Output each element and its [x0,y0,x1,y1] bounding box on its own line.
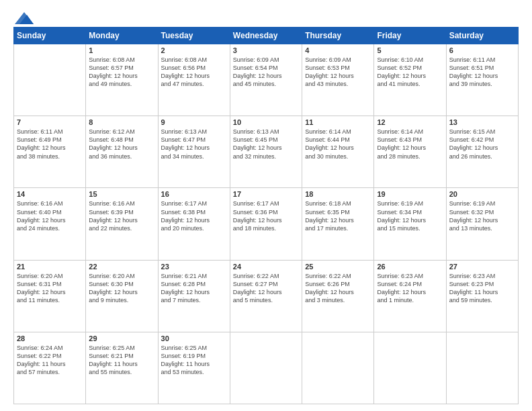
day-number: 15 [89,190,154,198]
day-info: Sunrise: 6:15 AM Sunset: 6:42 PM Dayligh… [449,128,515,161]
col-wednesday: Wednesday [230,28,302,44]
table-row: 6Sunrise: 6:11 AM Sunset: 6:51 PM Daylig… [446,44,518,116]
table-row: 29Sunrise: 6:25 AM Sunset: 6:21 PM Dayli… [86,332,158,404]
day-info: Sunrise: 6:16 AM Sunset: 6:39 PM Dayligh… [89,199,154,232]
day-number: 26 [377,263,443,271]
calendar-week-row: 7Sunrise: 6:11 AM Sunset: 6:49 PM Daylig… [14,116,519,188]
day-number: 17 [233,190,299,198]
day-number: 25 [305,263,371,271]
day-number: 28 [17,334,83,342]
day-info: Sunrise: 6:23 AM Sunset: 6:24 PM Dayligh… [377,272,443,305]
day-number: 2 [161,46,227,54]
page: Sunday Monday Tuesday Wednesday Thursday… [0,0,532,411]
day-number: 7 [17,118,83,126]
table-row: 15Sunrise: 6:16 AM Sunset: 6:39 PM Dayli… [86,188,158,260]
logo [13,12,34,21]
day-number: 6 [449,46,515,54]
day-number: 20 [449,190,515,198]
table-row: 5Sunrise: 6:10 AM Sunset: 6:52 PM Daylig… [374,44,446,116]
day-number: 30 [161,334,227,342]
day-info: Sunrise: 6:19 AM Sunset: 6:34 PM Dayligh… [377,199,443,232]
day-info: Sunrise: 6:13 AM Sunset: 6:47 PM Dayligh… [161,128,227,161]
day-number: 23 [161,263,227,271]
table-row: 22Sunrise: 6:20 AM Sunset: 6:30 PM Dayli… [86,260,158,332]
day-number: 16 [161,190,227,198]
table-row: 28Sunrise: 6:24 AM Sunset: 6:22 PM Dayli… [14,332,86,404]
col-saturday: Saturday [446,28,518,44]
table-row: 13Sunrise: 6:15 AM Sunset: 6:42 PM Dayli… [446,116,518,188]
day-info: Sunrise: 6:19 AM Sunset: 6:32 PM Dayligh… [449,199,515,232]
table-row: 9Sunrise: 6:13 AM Sunset: 6:47 PM Daylig… [158,116,230,188]
day-number: 14 [17,190,83,198]
table-row: 27Sunrise: 6:23 AM Sunset: 6:23 PM Dayli… [446,260,518,332]
day-number: 4 [305,46,371,54]
table-row: 26Sunrise: 6:23 AM Sunset: 6:24 PM Dayli… [374,260,446,332]
logo-icon [15,12,34,24]
day-info: Sunrise: 6:09 AM Sunset: 6:53 PM Dayligh… [305,56,371,89]
day-info: Sunrise: 6:12 AM Sunset: 6:48 PM Dayligh… [89,128,154,161]
table-row: 4Sunrise: 6:09 AM Sunset: 6:53 PM Daylig… [302,44,374,116]
calendar-table: Sunday Monday Tuesday Wednesday Thursday… [13,27,519,404]
day-number: 8 [89,118,154,126]
header [13,12,519,21]
table-row: 19Sunrise: 6:19 AM Sunset: 6:34 PM Dayli… [374,188,446,260]
day-number: 19 [377,190,443,198]
table-row [302,332,374,404]
day-info: Sunrise: 6:21 AM Sunset: 6:28 PM Dayligh… [161,272,227,305]
day-number: 11 [305,118,371,126]
table-row: 30Sunrise: 6:25 AM Sunset: 6:19 PM Dayli… [158,332,230,404]
table-row: 24Sunrise: 6:22 AM Sunset: 6:27 PM Dayli… [230,260,302,332]
table-row [446,332,518,404]
table-row: 1Sunrise: 6:08 AM Sunset: 6:57 PM Daylig… [86,44,158,116]
day-info: Sunrise: 6:14 AM Sunset: 6:43 PM Dayligh… [377,128,443,161]
day-info: Sunrise: 6:25 AM Sunset: 6:21 PM Dayligh… [89,344,154,377]
table-row: 20Sunrise: 6:19 AM Sunset: 6:32 PM Dayli… [446,188,518,260]
day-info: Sunrise: 6:08 AM Sunset: 6:56 PM Dayligh… [161,56,227,89]
table-row: 18Sunrise: 6:18 AM Sunset: 6:35 PM Dayli… [302,188,374,260]
day-info: Sunrise: 6:18 AM Sunset: 6:35 PM Dayligh… [305,199,371,232]
col-friday: Friday [374,28,446,44]
table-row: 8Sunrise: 6:12 AM Sunset: 6:48 PM Daylig… [86,116,158,188]
day-info: Sunrise: 6:22 AM Sunset: 6:27 PM Dayligh… [233,272,299,305]
day-info: Sunrise: 6:25 AM Sunset: 6:19 PM Dayligh… [161,344,227,377]
day-number: 9 [161,118,227,126]
col-monday: Monday [86,28,158,44]
table-row: 12Sunrise: 6:14 AM Sunset: 6:43 PM Dayli… [374,116,446,188]
day-number: 13 [449,118,515,126]
calendar-week-row: 28Sunrise: 6:24 AM Sunset: 6:22 PM Dayli… [14,332,519,404]
day-info: Sunrise: 6:14 AM Sunset: 6:44 PM Dayligh… [305,128,371,161]
day-info: Sunrise: 6:17 AM Sunset: 6:38 PM Dayligh… [161,199,227,232]
table-row: 2Sunrise: 6:08 AM Sunset: 6:56 PM Daylig… [158,44,230,116]
day-info: Sunrise: 6:13 AM Sunset: 6:45 PM Dayligh… [233,128,299,161]
table-row: 7Sunrise: 6:11 AM Sunset: 6:49 PM Daylig… [14,116,86,188]
day-info: Sunrise: 6:20 AM Sunset: 6:30 PM Dayligh… [89,272,154,305]
day-number: 24 [233,263,299,271]
calendar-week-row: 14Sunrise: 6:16 AM Sunset: 6:40 PM Dayli… [14,188,519,260]
table-row: 3Sunrise: 6:09 AM Sunset: 6:54 PM Daylig… [230,44,302,116]
col-tuesday: Tuesday [158,28,230,44]
table-row: 10Sunrise: 6:13 AM Sunset: 6:45 PM Dayli… [230,116,302,188]
day-info: Sunrise: 6:09 AM Sunset: 6:54 PM Dayligh… [233,56,299,89]
day-number: 3 [233,46,299,54]
day-info: Sunrise: 6:17 AM Sunset: 6:36 PM Dayligh… [233,199,299,232]
table-row [374,332,446,404]
day-number: 18 [305,190,371,198]
day-info: Sunrise: 6:10 AM Sunset: 6:52 PM Dayligh… [377,56,443,89]
day-number: 29 [89,334,154,342]
day-info: Sunrise: 6:11 AM Sunset: 6:51 PM Dayligh… [449,56,515,89]
day-info: Sunrise: 6:16 AM Sunset: 6:40 PM Dayligh… [17,199,83,232]
day-info: Sunrise: 6:11 AM Sunset: 6:49 PM Dayligh… [17,128,83,161]
day-info: Sunrise: 6:23 AM Sunset: 6:23 PM Dayligh… [449,272,515,305]
day-info: Sunrise: 6:20 AM Sunset: 6:31 PM Dayligh… [17,272,83,305]
col-sunday: Sunday [14,28,86,44]
table-row: 25Sunrise: 6:22 AM Sunset: 6:26 PM Dayli… [302,260,374,332]
day-info: Sunrise: 6:08 AM Sunset: 6:57 PM Dayligh… [89,56,154,89]
calendar-header-row: Sunday Monday Tuesday Wednesday Thursday… [14,28,519,44]
calendar-week-row: 21Sunrise: 6:20 AM Sunset: 6:31 PM Dayli… [14,260,519,332]
day-number: 10 [233,118,299,126]
table-row: 11Sunrise: 6:14 AM Sunset: 6:44 PM Dayli… [302,116,374,188]
day-number: 27 [449,263,515,271]
table-row: 23Sunrise: 6:21 AM Sunset: 6:28 PM Dayli… [158,260,230,332]
table-row: 21Sunrise: 6:20 AM Sunset: 6:31 PM Dayli… [14,260,86,332]
col-thursday: Thursday [302,28,374,44]
